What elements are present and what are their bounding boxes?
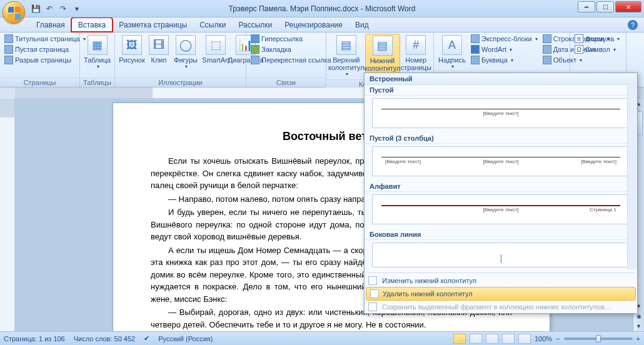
gallery-sideline-label: Боковая линия bbox=[365, 229, 637, 240]
quickparts-button[interactable]: Экспресс-блоки▾ bbox=[469, 34, 540, 44]
group-tables-label: Таблицы bbox=[80, 78, 114, 87]
clip-icon: 🎞 bbox=[149, 35, 169, 55]
clip-label: Клип bbox=[151, 56, 167, 64]
bookmark-button[interactable]: Закладка bbox=[249, 44, 333, 54]
page-number-label: Номер страницы bbox=[401, 56, 431, 71]
crossref-icon bbox=[251, 56, 259, 64]
save-selection-label: Сохранить выделенный фрагмент в коллекци… bbox=[382, 303, 610, 311]
blank-page-label: Пустая страница bbox=[15, 46, 69, 53]
clip-button[interactable]: 🎞Клип bbox=[148, 34, 170, 65]
window-title: Трэверс Памела. Мэри Поппинс.docx - Micr… bbox=[229, 4, 416, 13]
symbol-button[interactable]: ΩСимвол▾ bbox=[573, 44, 621, 54]
gallery-preview-sideline[interactable] bbox=[372, 242, 630, 268]
textbox-icon: A bbox=[442, 35, 462, 55]
placeholder-text: [Введите текст] bbox=[483, 159, 519, 164]
symbol-icon: Ω bbox=[575, 45, 583, 54]
remove-icon bbox=[370, 289, 379, 298]
edit-footer-label: Изменить нижний колонтитул bbox=[382, 277, 476, 284]
view-draft-button[interactable] bbox=[518, 334, 531, 344]
wordart-button[interactable]: WordArt▾ bbox=[469, 44, 540, 54]
minimize-button[interactable]: ━ bbox=[578, 1, 595, 12]
office-button[interactable] bbox=[3, 1, 25, 24]
table-icon: ▦ bbox=[88, 35, 108, 55]
placeholder-text: [Введите текст] bbox=[385, 159, 421, 164]
gallery-preview-alphabet[interactable]: [Введите текст] Страница 1 bbox=[372, 194, 630, 224]
tab-page-layout[interactable]: Разметка страницы bbox=[113, 18, 193, 32]
equation-button[interactable]: πФормула▾ bbox=[573, 34, 621, 44]
crossref-label: Перекрестная ссылка bbox=[261, 56, 331, 64]
object-icon bbox=[543, 56, 551, 64]
tab-review[interactable]: Рецензирование bbox=[278, 18, 349, 32]
cover-page-button[interactable]: Титульная страница▾ bbox=[3, 34, 88, 44]
blank-page-button[interactable]: Пустая страница bbox=[3, 44, 88, 54]
tab-references[interactable]: Ссылки bbox=[193, 18, 232, 32]
tab-home[interactable]: Главная bbox=[30, 18, 71, 32]
hyperlink-icon bbox=[251, 34, 259, 43]
gallery-scrollbar[interactable] bbox=[627, 84, 637, 269]
datetime-icon bbox=[543, 45, 551, 54]
view-outline-button[interactable] bbox=[502, 334, 515, 344]
next-page-icon[interactable]: ▼ bbox=[633, 321, 644, 331]
footer-icon: ▤ bbox=[373, 36, 393, 56]
placeholder-text: [Введите текст] bbox=[483, 111, 519, 116]
symbol-label: Символ bbox=[585, 46, 610, 53]
shapes-label: Фигуры bbox=[174, 56, 198, 64]
gallery-preview-blank[interactable]: [Введите текст] bbox=[372, 98, 630, 128]
placeholder-text: [Введите текст] bbox=[581, 159, 616, 164]
page-number-button[interactable]: #Номер страницы▾ bbox=[401, 34, 431, 78]
save-selection-menuitem: Сохранить выделенный фрагмент в коллекци… bbox=[365, 301, 637, 313]
zoom-out-button[interactable]: − bbox=[556, 335, 560, 342]
footer-gallery-dropdown: Встроенный Пустой [Введите текст] Пустой… bbox=[364, 72, 638, 314]
page-break-button[interactable]: Разрыв страницы bbox=[3, 55, 88, 65]
placeholder-text: [Введите текст] bbox=[483, 207, 519, 212]
gallery-preview-blank3[interactable]: [Введите текст] [Введите текст] [Введите… bbox=[372, 146, 630, 176]
shapes-icon: ◯ bbox=[176, 35, 196, 55]
page-break-icon bbox=[4, 56, 13, 64]
textbox-button[interactable]: AНадпись▾ bbox=[436, 34, 468, 71]
maximize-button[interactable]: ☐ bbox=[596, 1, 614, 12]
qat-customize-icon[interactable]: ▾ bbox=[71, 3, 83, 14]
vertical-ruler[interactable] bbox=[0, 99, 15, 331]
status-page[interactable]: Страница: 1 из 106 bbox=[4, 335, 65, 342]
blank-page-icon bbox=[4, 45, 13, 54]
crossref-button[interactable]: Перекрестная ссылка bbox=[249, 55, 333, 65]
tab-insert[interactable]: Вставка bbox=[71, 18, 113, 32]
zoom-level[interactable]: 100% bbox=[535, 335, 552, 342]
hyperlink-label: Гиперссылка bbox=[261, 35, 303, 42]
dropcap-button[interactable]: Буквица▾ bbox=[469, 55, 540, 65]
tab-view[interactable]: Вид bbox=[349, 18, 375, 32]
tab-mailings[interactable]: Рассылки bbox=[232, 18, 278, 32]
gallery-alphabet-label: Алфавит bbox=[365, 181, 637, 192]
redo-icon[interactable]: ↷ bbox=[58, 3, 69, 14]
help-icon[interactable]: ? bbox=[628, 20, 638, 30]
bookmark-label: Закладка bbox=[261, 46, 291, 53]
shapes-button[interactable]: ◯Фигуры▾ bbox=[171, 34, 200, 71]
edit-icon bbox=[368, 276, 377, 285]
close-button[interactable]: ✕ bbox=[615, 1, 641, 12]
page-label-text: Страница 1 bbox=[590, 207, 616, 212]
cover-page-label: Титульная страница bbox=[15, 35, 80, 42]
view-fullscreen-button[interactable] bbox=[470, 334, 482, 344]
edit-footer-menuitem[interactable]: Изменить нижний колонтитул bbox=[365, 274, 637, 287]
table-button[interactable]: ▦Таблица▾ bbox=[83, 34, 112, 71]
smartart-label: SmartArt bbox=[202, 56, 229, 64]
group-pages-label: Страницы bbox=[0, 78, 79, 87]
status-language[interactable]: Русский (Россия) bbox=[158, 335, 213, 342]
zoom-in-button[interactable]: + bbox=[636, 335, 640, 342]
picture-button[interactable]: 🖼Рисунок bbox=[118, 34, 146, 65]
dropcap-icon bbox=[471, 56, 480, 64]
header-button[interactable]: ▤Верхний колонтитул▾ bbox=[329, 34, 364, 78]
status-proofing-icon[interactable]: ✔ bbox=[144, 334, 149, 342]
view-web-button[interactable] bbox=[486, 334, 498, 344]
zoom-slider[interactable] bbox=[564, 338, 633, 340]
view-print-layout-button[interactable] bbox=[453, 334, 466, 344]
remove-footer-menuitem[interactable]: Удалить нижний колонтитул bbox=[366, 287, 636, 301]
undo-icon[interactable]: ↶ bbox=[44, 3, 55, 14]
hyperlink-button[interactable]: Гиперссылка bbox=[249, 34, 333, 44]
smartart-button[interactable]: ⬚SmartArt bbox=[201, 34, 230, 65]
picture-icon: 🖼 bbox=[122, 35, 142, 55]
zoom-knob[interactable] bbox=[596, 335, 601, 342]
gallery-blank-label: Пустой bbox=[365, 85, 637, 96]
status-word-count[interactable]: Число слов: 50 452 bbox=[74, 335, 135, 342]
save-icon[interactable]: 💾 bbox=[30, 3, 41, 14]
